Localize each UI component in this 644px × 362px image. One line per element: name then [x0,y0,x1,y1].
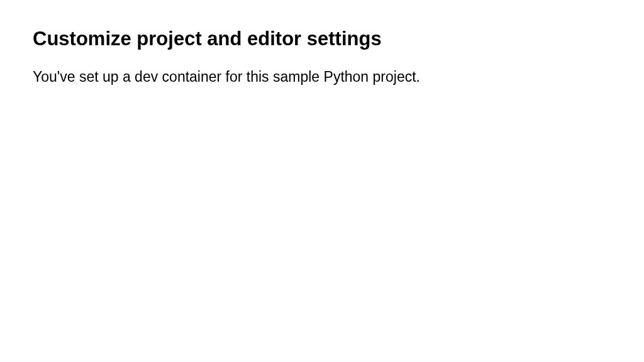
intro-paragraph: You've set up a dev container for this s… [33,67,611,87]
page-heading: Customize project and editor settings [33,26,611,52]
